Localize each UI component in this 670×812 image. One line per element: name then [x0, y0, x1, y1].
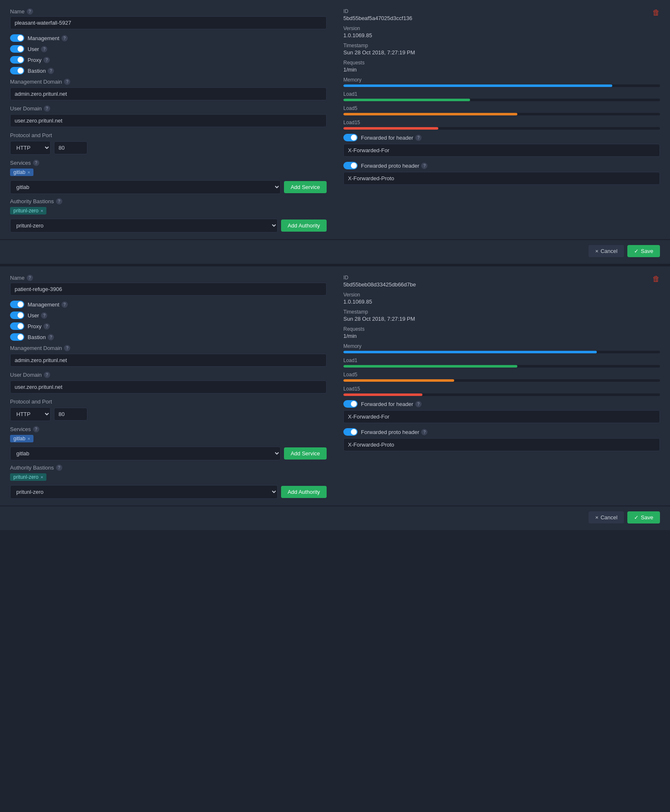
cancel-x-icon: ×: [595, 514, 598, 521]
port-input[interactable]: [54, 408, 87, 421]
save-check-icon: ✓: [634, 248, 639, 254]
protocol-port-row: HTTPHTTPS: [10, 407, 327, 421]
services-help[interactable]: ?: [33, 160, 39, 166]
load15-label: Load15: [343, 120, 660, 125]
port-input[interactable]: [54, 141, 87, 154]
fwd-proto-help[interactable]: ?: [421, 429, 427, 435]
authority-select[interactable]: pritunl-zero: [10, 219, 278, 232]
authority-help[interactable]: ?: [56, 465, 62, 471]
fwd-for-header-toggle[interactable]: [343, 400, 358, 408]
help-icon-bastion[interactable]: ?: [48, 334, 54, 340]
help-icon-proxy[interactable]: ?: [43, 323, 50, 329]
actions-row-1: × Cancel✓ Save: [0, 240, 670, 264]
fwd-for-header-toggle[interactable]: [343, 134, 358, 141]
authority-tag: pritunl-zero ×: [10, 207, 46, 214]
load5-bar-container: [343, 379, 660, 382]
service-tag-name: gitlab: [13, 436, 26, 442]
toggle-bastion[interactable]: [10, 67, 24, 74]
mgmt-domain-input[interactable]: [10, 87, 327, 100]
fwd-for-header-input[interactable]: [343, 410, 660, 423]
name-input[interactable]: [10, 16, 327, 29]
toggle-label-proxy: Proxy ?: [28, 57, 50, 63]
fwd-proto-header-toggle[interactable]: [343, 162, 358, 169]
help-icon-proxy[interactable]: ?: [43, 57, 50, 63]
toggle-management[interactable]: [10, 301, 24, 308]
cancel-button[interactable]: × Cancel: [588, 245, 624, 257]
timestamp-value: Sun 28 Oct 2018, 7:27:19 PM: [343, 49, 660, 56]
service-tag-close[interactable]: ×: [28, 436, 30, 441]
service-select[interactable]: gitlab: [10, 180, 281, 194]
services-label: Services ?: [10, 426, 327, 432]
authority-tag-close[interactable]: ×: [41, 208, 43, 213]
add-service-button[interactable]: Add Service: [284, 447, 327, 460]
toggle-user[interactable]: [10, 45, 24, 53]
delete-icon[interactable]: 🗑: [652, 8, 660, 17]
save-button[interactable]: ✓ Save: [627, 245, 660, 257]
mgmt-domain-input[interactable]: [10, 354, 327, 367]
service-tag-name: gitlab: [13, 169, 26, 175]
help-icon-user[interactable]: ?: [41, 312, 47, 319]
add-authority-button[interactable]: Add Authority: [281, 486, 327, 498]
load5-bar-fill: [343, 113, 517, 115]
toggle-management[interactable]: [10, 34, 24, 42]
toggle-label-user: User ?: [28, 312, 47, 319]
toggle-proxy[interactable]: [10, 56, 24, 64]
authority-label: Authority Bastions ?: [10, 198, 327, 204]
fwd-proto-header-label: Forwarded proto header ?: [361, 429, 427, 435]
memory-label: Memory: [343, 343, 660, 349]
name-input[interactable]: [10, 283, 327, 296]
name-label-text: Name: [10, 275, 25, 281]
add-authority-row: pritunl-zeroAdd Authority: [10, 485, 327, 499]
help-icon-bastion[interactable]: ?: [48, 68, 54, 74]
fwd-for-help[interactable]: ?: [415, 135, 422, 141]
user-domain-help[interactable]: ?: [44, 105, 50, 112]
user-domain-input[interactable]: [10, 380, 327, 393]
user-domain-input[interactable]: [10, 114, 327, 127]
add-service-row: gitlabAdd Service: [10, 447, 327, 460]
mgmt-domain-label: Management Domain ?: [10, 345, 327, 351]
fwd-proto-help[interactable]: ?: [421, 163, 427, 169]
authority-help[interactable]: ?: [56, 198, 62, 204]
service-select[interactable]: gitlab: [10, 447, 281, 460]
protocol-select[interactable]: HTTPHTTPS: [10, 141, 51, 155]
save-button[interactable]: ✓ Save: [627, 511, 660, 523]
toggle-bastion[interactable]: [10, 333, 24, 341]
version-value: 1.0.1069.85: [343, 32, 660, 38]
toggle-proxy[interactable]: [10, 322, 24, 330]
service-tag-close[interactable]: ×: [28, 170, 30, 175]
add-authority-row: pritunl-zeroAdd Authority: [10, 219, 327, 232]
fwd-proto-header-input[interactable]: [343, 172, 660, 185]
user-domain-help[interactable]: ?: [44, 372, 50, 378]
help-icon-user[interactable]: ?: [41, 46, 47, 52]
right-col-2: 🗑ID5bd55beb08d33425db66d7beVersion1.0.10…: [343, 275, 660, 499]
protocol-port-row: HTTPHTTPS: [10, 141, 327, 155]
authority-tag-close[interactable]: ×: [41, 475, 43, 480]
fwd-for-help[interactable]: ?: [415, 401, 422, 407]
toggle-label-bastion: Bastion ?: [28, 334, 54, 340]
services-help[interactable]: ?: [33, 426, 39, 432]
load1-bar-container: [343, 365, 660, 368]
name-help-icon[interactable]: ?: [27, 275, 33, 281]
name-help-icon[interactable]: ?: [27, 8, 33, 15]
authority-select[interactable]: pritunl-zero: [10, 485, 278, 499]
id-label: ID: [343, 275, 660, 281]
authority-tags-container: pritunl-zero ×: [10, 473, 327, 483]
load5-label: Load5: [343, 105, 660, 111]
toggle-user[interactable]: [10, 312, 24, 319]
delete-icon[interactable]: 🗑: [652, 275, 660, 283]
add-authority-button[interactable]: Add Authority: [281, 220, 327, 232]
protocol-select[interactable]: HTTPHTTPS: [10, 407, 51, 421]
fwd-proto-header-toggle[interactable]: [343, 428, 358, 436]
cancel-button[interactable]: × Cancel: [588, 511, 624, 523]
fwd-for-header-input[interactable]: [343, 144, 660, 157]
actions-row-2: × Cancel✓ Save: [0, 506, 670, 530]
help-icon-management[interactable]: ?: [61, 301, 68, 308]
fwd-proto-header-input[interactable]: [343, 438, 660, 451]
mgmt-domain-help[interactable]: ?: [64, 345, 70, 351]
load15-bar-fill: [343, 393, 422, 396]
add-service-button[interactable]: Add Service: [284, 181, 327, 193]
mgmt-domain-label: Management Domain ?: [10, 79, 327, 85]
mgmt-domain-help[interactable]: ?: [64, 79, 70, 85]
help-icon-management[interactable]: ?: [61, 35, 68, 41]
timestamp-label: Timestamp: [343, 309, 660, 315]
